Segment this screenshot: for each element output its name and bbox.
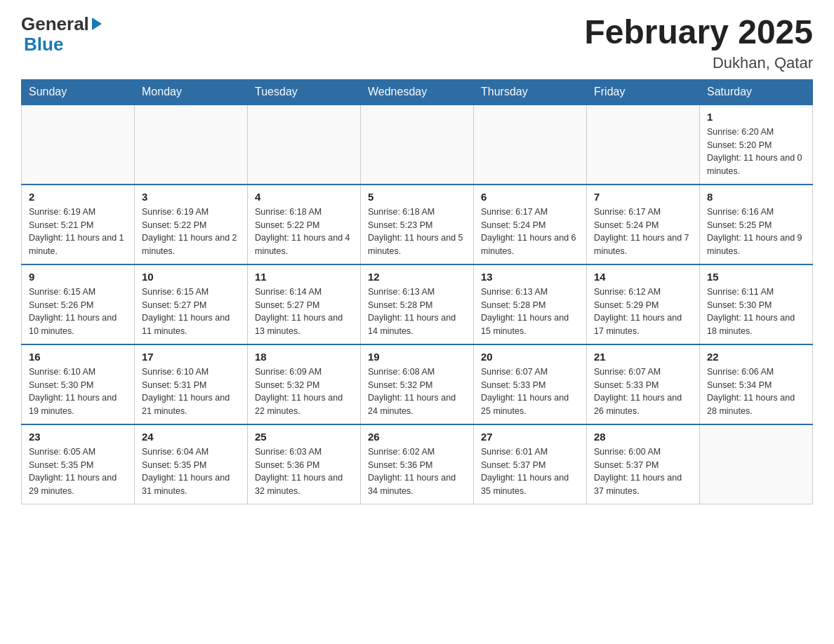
- day-cell: 20Sunrise: 6:07 AM Sunset: 5:33 PM Dayli…: [474, 344, 587, 424]
- week-row-1: 1Sunrise: 6:20 AM Sunset: 5:20 PM Daylig…: [22, 105, 813, 185]
- day-cell: 16Sunrise: 6:10 AM Sunset: 5:30 PM Dayli…: [22, 344, 135, 424]
- calendar-title: February 2025: [584, 14, 813, 51]
- day-cell: [700, 424, 813, 504]
- day-cell: [474, 105, 587, 185]
- day-info: Sunrise: 6:15 AM Sunset: 5:26 PM Dayligh…: [29, 286, 127, 338]
- column-header-sunday: Sunday: [22, 79, 135, 105]
- week-row-5: 23Sunrise: 6:05 AM Sunset: 5:35 PM Dayli…: [22, 424, 813, 504]
- day-cell: 1Sunrise: 6:20 AM Sunset: 5:20 PM Daylig…: [700, 105, 813, 185]
- day-info: Sunrise: 6:02 AM Sunset: 5:36 PM Dayligh…: [368, 445, 466, 498]
- day-info: Sunrise: 6:14 AM Sunset: 5:27 PM Dayligh…: [255, 286, 353, 338]
- day-info: Sunrise: 6:07 AM Sunset: 5:33 PM Dayligh…: [481, 365, 579, 418]
- day-info: Sunrise: 6:13 AM Sunset: 5:28 PM Dayligh…: [368, 286, 466, 338]
- day-cell: 5Sunrise: 6:18 AM Sunset: 5:23 PM Daylig…: [361, 185, 474, 264]
- day-cell: 28Sunrise: 6:00 AM Sunset: 5:37 PM Dayli…: [587, 424, 700, 504]
- day-number: 15: [707, 271, 805, 283]
- day-number: 10: [142, 271, 240, 283]
- day-cell: 13Sunrise: 6:13 AM Sunset: 5:28 PM Dayli…: [474, 264, 587, 344]
- day-cell: [361, 105, 474, 185]
- day-info: Sunrise: 6:17 AM Sunset: 5:24 PM Dayligh…: [481, 206, 579, 258]
- day-cell: 7Sunrise: 6:17 AM Sunset: 5:24 PM Daylig…: [587, 185, 700, 264]
- day-number: 17: [142, 351, 240, 363]
- day-number: 18: [255, 351, 353, 363]
- day-info: Sunrise: 6:18 AM Sunset: 5:23 PM Dayligh…: [368, 206, 466, 258]
- day-number: 11: [255, 271, 353, 283]
- title-area: February 2025 Dukhan, Qatar: [584, 14, 813, 72]
- logo: General Blue: [21, 14, 102, 54]
- day-info: Sunrise: 6:06 AM Sunset: 5:34 PM Dayligh…: [707, 365, 805, 418]
- day-info: Sunrise: 6:09 AM Sunset: 5:32 PM Dayligh…: [255, 365, 353, 418]
- day-cell: 19Sunrise: 6:08 AM Sunset: 5:32 PM Dayli…: [361, 344, 474, 424]
- day-number: 24: [142, 431, 240, 443]
- day-cell: 8Sunrise: 6:16 AM Sunset: 5:25 PM Daylig…: [700, 185, 813, 264]
- day-info: Sunrise: 6:20 AM Sunset: 5:20 PM Dayligh…: [707, 126, 805, 178]
- day-number: 13: [481, 271, 579, 283]
- day-number: 14: [594, 271, 692, 283]
- day-number: 19: [368, 351, 466, 363]
- logo-triangle-icon: [92, 18, 102, 30]
- day-cell: 9Sunrise: 6:15 AM Sunset: 5:26 PM Daylig…: [22, 264, 135, 344]
- day-info: Sunrise: 6:08 AM Sunset: 5:32 PM Dayligh…: [368, 365, 466, 418]
- day-number: 3: [142, 191, 240, 203]
- day-number: 25: [255, 431, 353, 443]
- day-number: 8: [707, 191, 805, 203]
- column-header-wednesday: Wednesday: [361, 79, 474, 105]
- day-cell: [22, 105, 135, 185]
- day-info: Sunrise: 6:07 AM Sunset: 5:33 PM Dayligh…: [594, 365, 692, 418]
- day-info: Sunrise: 6:11 AM Sunset: 5:30 PM Dayligh…: [707, 286, 805, 338]
- day-number: 26: [368, 431, 466, 443]
- day-cell: 23Sunrise: 6:05 AM Sunset: 5:35 PM Dayli…: [22, 424, 135, 504]
- day-number: 2: [29, 191, 127, 203]
- day-info: Sunrise: 6:10 AM Sunset: 5:30 PM Dayligh…: [29, 365, 127, 418]
- day-info: Sunrise: 6:13 AM Sunset: 5:28 PM Dayligh…: [481, 286, 579, 338]
- day-cell: 3Sunrise: 6:19 AM Sunset: 5:22 PM Daylig…: [135, 185, 248, 264]
- day-info: Sunrise: 6:03 AM Sunset: 5:36 PM Dayligh…: [255, 445, 353, 498]
- logo-blue-text: Blue: [24, 34, 63, 55]
- day-info: Sunrise: 6:18 AM Sunset: 5:22 PM Dayligh…: [255, 206, 353, 258]
- day-number: 6: [481, 191, 579, 203]
- column-header-friday: Friday: [587, 79, 700, 105]
- day-number: 7: [594, 191, 692, 203]
- calendar-table: SundayMondayTuesdayWednesdayThursdayFrid…: [21, 79, 813, 504]
- day-info: Sunrise: 6:05 AM Sunset: 5:35 PM Dayligh…: [29, 445, 127, 498]
- day-info: Sunrise: 6:01 AM Sunset: 5:37 PM Dayligh…: [481, 445, 579, 498]
- day-number: 28: [594, 431, 692, 443]
- day-info: Sunrise: 6:15 AM Sunset: 5:27 PM Dayligh…: [142, 286, 240, 338]
- day-number: 22: [707, 351, 805, 363]
- day-number: 1: [707, 111, 805, 123]
- day-number: 4: [255, 191, 353, 203]
- day-number: 5: [368, 191, 466, 203]
- day-cell: 10Sunrise: 6:15 AM Sunset: 5:27 PM Dayli…: [135, 264, 248, 344]
- day-number: 16: [29, 351, 127, 363]
- day-cell: 24Sunrise: 6:04 AM Sunset: 5:35 PM Dayli…: [135, 424, 248, 504]
- day-cell: 26Sunrise: 6:02 AM Sunset: 5:36 PM Dayli…: [361, 424, 474, 504]
- day-info: Sunrise: 6:00 AM Sunset: 5:37 PM Dayligh…: [594, 445, 692, 498]
- day-info: Sunrise: 6:10 AM Sunset: 5:31 PM Dayligh…: [142, 365, 240, 418]
- day-cell: 27Sunrise: 6:01 AM Sunset: 5:37 PM Dayli…: [474, 424, 587, 504]
- day-cell: [587, 105, 700, 185]
- day-cell: 6Sunrise: 6:17 AM Sunset: 5:24 PM Daylig…: [474, 185, 587, 264]
- calendar-subtitle: Dukhan, Qatar: [584, 54, 813, 72]
- day-cell: [135, 105, 248, 185]
- column-header-thursday: Thursday: [474, 79, 587, 105]
- day-number: 21: [594, 351, 692, 363]
- day-info: Sunrise: 6:17 AM Sunset: 5:24 PM Dayligh…: [594, 206, 692, 258]
- day-info: Sunrise: 6:19 AM Sunset: 5:21 PM Dayligh…: [29, 206, 127, 258]
- logo-general-text: General: [21, 14, 89, 34]
- column-header-monday: Monday: [135, 79, 248, 105]
- day-cell: 2Sunrise: 6:19 AM Sunset: 5:21 PM Daylig…: [22, 185, 135, 264]
- day-cell: 21Sunrise: 6:07 AM Sunset: 5:33 PM Dayli…: [587, 344, 700, 424]
- column-header-saturday: Saturday: [700, 79, 813, 105]
- day-cell: 17Sunrise: 6:10 AM Sunset: 5:31 PM Dayli…: [135, 344, 248, 424]
- day-number: 9: [29, 271, 127, 283]
- day-number: 12: [368, 271, 466, 283]
- week-row-2: 2Sunrise: 6:19 AM Sunset: 5:21 PM Daylig…: [22, 185, 813, 264]
- day-cell: 4Sunrise: 6:18 AM Sunset: 5:22 PM Daylig…: [248, 185, 361, 264]
- day-cell: 18Sunrise: 6:09 AM Sunset: 5:32 PM Dayli…: [248, 344, 361, 424]
- week-row-4: 16Sunrise: 6:10 AM Sunset: 5:30 PM Dayli…: [22, 344, 813, 424]
- day-cell: 22Sunrise: 6:06 AM Sunset: 5:34 PM Dayli…: [700, 344, 813, 424]
- day-cell: [248, 105, 361, 185]
- day-cell: 15Sunrise: 6:11 AM Sunset: 5:30 PM Dayli…: [700, 264, 813, 344]
- day-number: 27: [481, 431, 579, 443]
- day-info: Sunrise: 6:04 AM Sunset: 5:35 PM Dayligh…: [142, 445, 240, 498]
